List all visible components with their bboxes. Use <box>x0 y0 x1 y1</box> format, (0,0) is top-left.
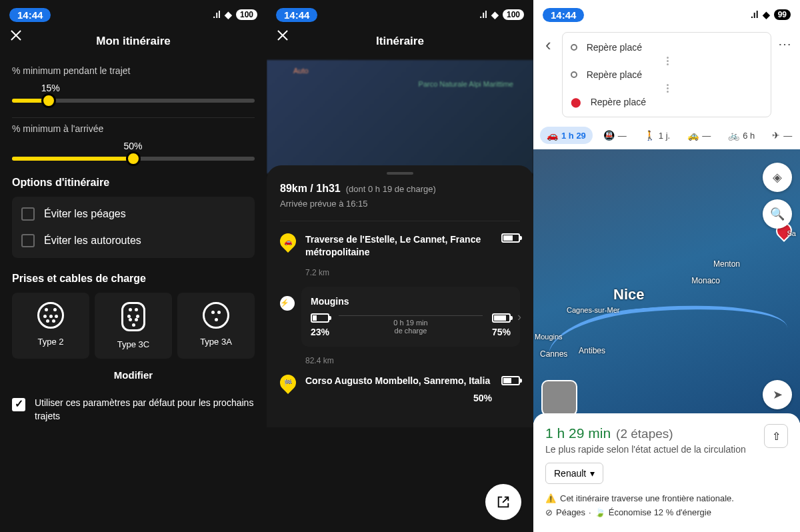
mode-walk[interactable]: 🚶1 j. <box>637 127 677 144</box>
map-view[interactable]: Sa Menton Monaco Nice Cagnes-sur-Mer Mou… <box>533 149 800 423</box>
mode-transit[interactable]: 🚇— <box>597 127 633 144</box>
page-title: Mon itinéraire <box>9 35 257 48</box>
share-button[interactable]: ⇧ <box>764 424 788 448</box>
vehicle-dropdown[interactable]: Renault ▾ <box>545 463 603 484</box>
slider-label: % minimum pendant le trajet <box>12 65 255 76</box>
warning-icon: ⚠️ <box>545 493 556 503</box>
plug-label: Type 3C <box>117 339 149 349</box>
page-title: Itinéraire <box>276 35 524 48</box>
waypoint-dot-icon <box>571 44 577 51</box>
charge-name: Mougins <box>311 296 511 307</box>
mode-car[interactable]: 🚗1 h 29 <box>540 127 593 144</box>
result-time: 1 h 29 min <box>545 425 611 441</box>
slider-thumb[interactable] <box>41 93 56 108</box>
slider-min-arrival: % minimum à l'arrivée 50% <box>12 117 255 161</box>
dots-vertical-icon <box>573 55 763 67</box>
plug-icon <box>203 302 229 329</box>
battery-icon <box>501 376 520 385</box>
plane-icon: ✈ <box>772 130 780 141</box>
app-header: Itinéraire <box>267 27 533 60</box>
dest-battery-pct: 50% <box>305 393 492 403</box>
fastest-label: Le plus rapide selon l'état actuel de la… <box>545 444 788 455</box>
plug-label: Type 3A <box>200 337 232 347</box>
charge-after-pct: 75% <box>492 327 511 337</box>
battery-icon <box>501 233 520 243</box>
close-icon[interactable] <box>276 35 289 48</box>
waypoint-row[interactable]: Repère placé <box>571 39 763 55</box>
border-warning: ⚠️ Cet itinéraire traverse une frontière… <box>545 493 788 503</box>
close-icon[interactable] <box>9 35 23 48</box>
slider-label: % minimum à l'arrivée <box>12 123 255 134</box>
slider-track[interactable] <box>12 157 255 161</box>
segment-distance: 7.2 km <box>305 268 520 277</box>
back-button[interactable]: ‹ <box>541 32 555 58</box>
locate-icon: ➤ <box>773 387 783 402</box>
plug-type3c[interactable]: Type 3C <box>95 293 172 359</box>
arrival-time: Arrivée prévue à 16:15 <box>280 199 520 221</box>
checkbox-icon[interactable] <box>12 398 25 411</box>
walk-icon: 🚶 <box>644 130 655 141</box>
options-title: Options d'itinéraire <box>12 177 255 189</box>
charge-stop-card[interactable]: Mougins 23% 0 h 19 min de charge 75% <box>301 287 520 347</box>
status-indicators: .ıl ◆ 99 <box>751 9 791 20</box>
checkbox-icon[interactable] <box>21 207 35 221</box>
layers-button[interactable]: ◈ <box>763 163 792 192</box>
tolls-icon: ⊘ <box>545 507 553 517</box>
plug-icon <box>37 302 64 329</box>
signal-icon: .ıl <box>751 9 759 20</box>
destination-pin-icon: ⬤ <box>571 97 581 107</box>
locate-button[interactable]: ➤ <box>763 380 792 409</box>
dropdown-label: Renault <box>554 468 586 479</box>
signal-icon: .ıl <box>479 9 487 20</box>
status-time: 14:44 <box>9 8 51 22</box>
charge-before-pct: 23% <box>311 327 329 337</box>
share-icon: ⇧ <box>772 430 781 443</box>
wifi-icon: ◆ <box>763 9 770 20</box>
default-label: Utiliser ces paramètres par défaut pour … <box>35 397 255 423</box>
battery-icon <box>492 313 511 323</box>
summary-charge-note: (dont 0 h 19 de charge) <box>346 184 436 194</box>
more-menu-icon[interactable]: ⋯ <box>778 32 792 52</box>
charge-pin-icon: ⚡ <box>280 296 295 311</box>
waypoint-row[interactable]: ⬤Repère placé <box>571 94 763 110</box>
search-button[interactable]: 🔍 <box>763 199 792 229</box>
signal-icon: .ıl <box>213 9 221 20</box>
route-info: ⊘ Péages · 🍃 Économise 12 % d'énergie <box>545 507 788 517</box>
result-steps: (2 étapes) <box>616 427 673 441</box>
layers-icon: ◈ <box>773 170 782 185</box>
option-avoid-highways[interactable]: Éviter les autoroutes <box>21 227 245 254</box>
plug-type2[interactable]: Type 2 <box>12 293 89 359</box>
share-fab[interactable] <box>485 484 521 520</box>
mode-rideshare[interactable]: 🚕— <box>681 127 717 144</box>
slider-track[interactable] <box>12 99 255 103</box>
slider-thumb[interactable] <box>126 151 141 166</box>
plugs-title: Prises et cables de charge <box>12 273 255 285</box>
wifi-icon: ◆ <box>491 9 499 20</box>
mode-bike[interactable]: 🚲6 h <box>721 127 761 144</box>
status-bar: 14:44 .ıl ◆ 99 <box>533 0 800 27</box>
dest-address: Corso Augusto Mombello, Sanremo, Italia <box>305 375 492 387</box>
modify-button[interactable]: Modifier <box>12 369 255 381</box>
result-sheet: 1 h 29 min (2 étapes) ⇧ Le plus rapide s… <box>533 413 800 529</box>
plug-type3a[interactable]: Type 3A <box>177 293 255 359</box>
status-bar: 14:44 .ıl ◆ 100 <box>267 0 533 27</box>
chevron-right-icon: › <box>517 309 521 323</box>
status-indicators: .ıl ◆ 100 <box>479 9 524 20</box>
mode-plane[interactable]: ✈— <box>765 127 799 144</box>
waypoint-row[interactable]: Repère placé <box>571 67 763 83</box>
checkbox-icon[interactable] <box>21 234 35 247</box>
transport-mode-bar: 🚗1 h 29 🚇— 🚶1 j. 🚕— 🚲6 h ✈— <box>533 124 800 149</box>
option-avoid-tolls[interactable]: Éviter les péages <box>21 201 245 227</box>
slider-min-trip: % minimum pendant le trajet 15% <box>12 60 255 103</box>
route-start: 🚗 Traverse de l'Estelle, Le Cannet, Fran… <box>280 233 520 259</box>
plugs-grid: Type 2 Type 3C Type 3A <box>12 293 255 359</box>
search-icon: 🔍 <box>770 207 785 221</box>
waypoints-card[interactable]: Repère placé Repère placé ⬤Repère placé <box>562 32 771 117</box>
sheet-handle[interactable] <box>387 172 413 175</box>
start-address: Traverse de l'Estelle, Le Cannet, France… <box>305 233 492 259</box>
summary-distance-time: 89km / 1h31 <box>280 183 341 195</box>
default-params-row[interactable]: Utiliser ces paramètres par défaut pour … <box>0 387 267 427</box>
route-sheet: 89km / 1h31 (dont 0 h 19 de charge) Arri… <box>267 165 533 427</box>
streetview-thumbnail[interactable] <box>541 380 577 416</box>
plug-label: Type 2 <box>37 337 63 347</box>
